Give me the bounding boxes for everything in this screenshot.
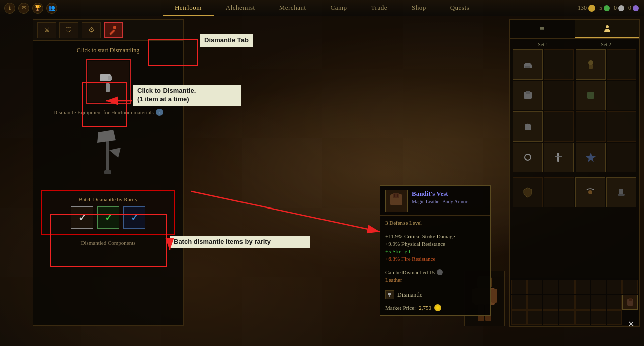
inv-slot[interactable]	[511, 295, 527, 309]
set-slot[interactable]	[513, 49, 543, 80]
extra-slot[interactable]	[513, 177, 543, 207]
inv-slot[interactable]	[591, 295, 606, 309]
extra-slot[interactable]	[606, 177, 636, 207]
svg-rect-1	[113, 26, 116, 29]
panel-tab-dismantle[interactable]	[104, 22, 123, 38]
svg-rect-30	[629, 298, 632, 301]
inv-slot-item[interactable]	[622, 295, 638, 309]
item-icon	[585, 59, 596, 70]
defense-level: 3 Defense Level	[385, 220, 485, 229]
uncommon-check-icon: ✓	[105, 212, 112, 223]
nav-tab-heirloom[interactable]: Heirloom	[163, 0, 214, 16]
gold-icon	[588, 5, 595, 12]
inv-slot[interactable]	[575, 295, 591, 309]
info-icon[interactable]: i	[156, 109, 163, 116]
panel-tabs: ⚔ 🛡 ⚙	[33, 20, 183, 41]
batch-btn-uncommon[interactable]: ✓	[97, 206, 119, 229]
inv-slot[interactable]	[622, 280, 638, 294]
set-slot[interactable]	[576, 143, 606, 173]
set-slot[interactable]	[544, 49, 574, 80]
nav-icon-social[interactable]: 👥	[46, 3, 57, 14]
set-slot[interactable]	[544, 111, 574, 142]
svg-rect-4	[108, 76, 112, 80]
inv-slot[interactable]	[575, 280, 591, 294]
batch-btn-rare[interactable]: ✓	[123, 206, 145, 229]
batch-buttons: ✓ ✓ ✓	[47, 206, 169, 229]
stat-crit: +11.9% Critical Strike Damage	[385, 233, 485, 239]
nav-tabs: Heirloom Alchemist Merchant Camp Trade S…	[101, 0, 543, 16]
set-slot[interactable]	[576, 49, 606, 80]
inv-slot[interactable]	[559, 280, 575, 294]
nav-tab-shop[interactable]: Shop	[399, 0, 438, 16]
svg-point-20	[588, 190, 592, 194]
weapon-preview	[39, 120, 177, 185]
set-slot[interactable]	[607, 49, 637, 80]
nav-tab-trade[interactable]: Trade	[359, 0, 399, 16]
dismantle-slot[interactable]	[88, 61, 129, 102]
panel-tab-upgrade[interactable]: ⚙	[82, 22, 101, 38]
weapon-slot-icon	[553, 152, 564, 163]
set-slot[interactable]	[576, 81, 606, 111]
dismantled-components-label: Dismantled Components	[39, 240, 177, 246]
set-1-label: Set 1	[513, 42, 574, 47]
batch-btn-common[interactable]: ✓	[71, 206, 93, 229]
equipment-set-1: Set 1	[513, 42, 574, 172]
inv-slot[interactable]	[559, 310, 575, 325]
item-icon	[585, 152, 596, 163]
set-slot[interactable]	[513, 81, 543, 111]
inv-slot[interactable]	[511, 310, 527, 325]
set-slot[interactable]	[544, 143, 574, 173]
inv-slot[interactable]	[591, 310, 606, 325]
nav-tab-merchant[interactable]: Merchant	[267, 0, 318, 16]
hammer-tab-icon	[108, 25, 118, 35]
dismantle-prompt: Click to start Dismantling	[39, 47, 177, 54]
inv-slot[interactable]	[511, 280, 527, 294]
nav-icon-mail[interactable]: ✉	[18, 3, 29, 14]
right-tab-list[interactable]: ≡	[510, 20, 575, 38]
extra-slots	[510, 175, 639, 210]
svg-point-13	[525, 154, 531, 160]
set-slot[interactable]	[513, 143, 543, 173]
silver-icon	[618, 5, 624, 11]
svg-rect-17	[589, 65, 593, 69]
inv-slot[interactable]	[607, 310, 622, 325]
nav-tab-camp[interactable]: Camp	[318, 0, 359, 16]
inv-slot[interactable]	[591, 280, 606, 294]
common-check-icon: ✓	[78, 212, 86, 223]
set-slot[interactable]	[607, 143, 637, 173]
panel-tab-weapons[interactable]: ⚔	[37, 22, 56, 38]
nav-icon-info[interactable]: ℹ	[4, 3, 15, 14]
set-slot[interactable]	[576, 111, 606, 142]
inv-slot[interactable]	[543, 310, 558, 325]
currency-gem: 5	[599, 4, 610, 12]
inv-slot[interactable]	[607, 295, 622, 309]
nav-right: 130 5 0 0	[543, 4, 644, 12]
action-label[interactable]: Dismantle	[397, 291, 422, 299]
svg-rect-22	[618, 194, 625, 196]
nav-tab-alchemist[interactable]: Alchemist	[214, 0, 267, 16]
inv-slot[interactable]	[527, 295, 543, 309]
inv-slot[interactable]	[607, 280, 622, 294]
set-slot[interactable]	[607, 81, 637, 111]
inv-slot[interactable]	[527, 280, 543, 294]
inv-slot[interactable]	[543, 295, 558, 309]
svg-rect-32	[393, 193, 399, 198]
set-slot[interactable]	[607, 111, 637, 142]
panel-tab-armor[interactable]: 🛡	[59, 22, 78, 38]
right-tab-character[interactable]	[575, 20, 639, 38]
svg-rect-33	[394, 194, 395, 197]
token-icon	[633, 5, 639, 11]
inv-slot[interactable]	[543, 280, 558, 294]
stat-phys: +9.9% Physical Resistance	[385, 241, 485, 247]
character-tab-icon	[603, 24, 612, 33]
set-slot[interactable]	[513, 111, 543, 142]
extra-slot[interactable]	[575, 177, 605, 207]
inv-slot[interactable]	[575, 310, 591, 325]
necklace-icon	[585, 187, 596, 198]
inv-slot[interactable]	[527, 310, 543, 325]
set-slot[interactable]	[544, 81, 574, 111]
inv-slot[interactable]	[559, 295, 575, 309]
nav-tab-quests[interactable]: Quests	[438, 0, 481, 16]
extra-slot[interactable]	[544, 177, 574, 207]
nav-icon-trophy[interactable]: 🏆	[32, 3, 43, 14]
